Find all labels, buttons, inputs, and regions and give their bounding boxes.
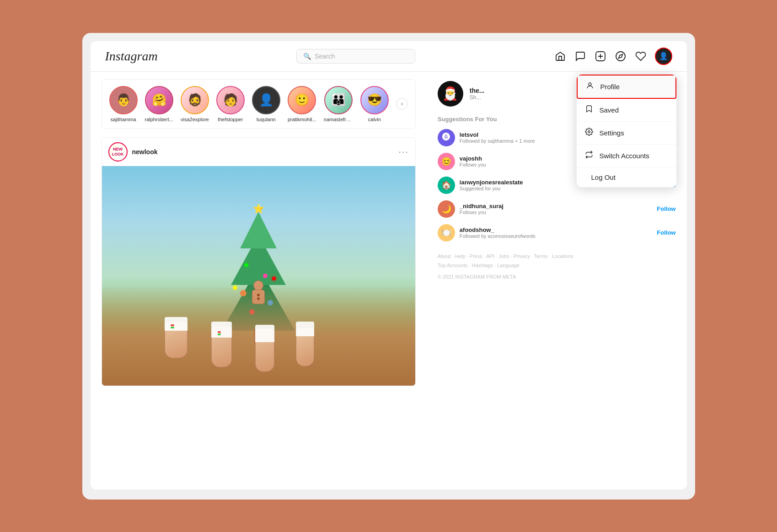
profile-menu-icon bbox=[586, 81, 594, 92]
footer-link[interactable]: Help bbox=[455, 253, 466, 259]
search-bar[interactable]: 🔍 Search bbox=[296, 49, 415, 64]
profile-menu-label: Profile bbox=[600, 83, 620, 91]
suggestion-avatar[interactable]: 🍽️ bbox=[438, 224, 455, 242]
suggestion-username[interactable]: letsvol bbox=[460, 131, 535, 138]
story-avatar: 👨 bbox=[109, 86, 138, 114]
story-item[interactable]: 👨 sajithamma bbox=[109, 86, 138, 122]
add-icon[interactable] bbox=[595, 50, 606, 62]
story-item[interactable]: 🧔 visa2explore bbox=[181, 86, 209, 122]
story-username: calvin bbox=[368, 117, 381, 122]
post-username[interactable]: newlook bbox=[132, 148, 158, 156]
sidebar-avatar[interactable]: 🎅 bbox=[438, 81, 463, 107]
dropdown-menu: Profile Saved Settings Switch Accounts bbox=[576, 74, 677, 188]
app-logo: Instagram bbox=[105, 49, 158, 64]
story-avatar: 👤 bbox=[252, 86, 280, 114]
feed-area: 👨 sajithamma 🤗 ralphrobert... 🧔 bbox=[91, 72, 427, 393]
footer-link[interactable]: Jobs bbox=[498, 253, 509, 259]
suggestion-sub: Follows you bbox=[460, 162, 486, 167]
sidebar-user-info: the... Sh... bbox=[470, 87, 485, 101]
story-username: ralphrobert... bbox=[145, 117, 173, 122]
footer-link[interactable]: Terms bbox=[534, 253, 548, 259]
suggestion-avatar[interactable]: 🅐 bbox=[438, 129, 455, 146]
suggestion-username[interactable]: _nidhuna_suraj bbox=[460, 203, 504, 210]
story-avatar: 👪 bbox=[324, 86, 353, 114]
post-avatar[interactable]: NEWLOOK bbox=[108, 142, 128, 161]
suggestion-username[interactable]: ianwynjonesrealestate bbox=[460, 179, 523, 186]
story-item[interactable]: 🙂 pratikmohit... bbox=[288, 86, 316, 122]
nav-icons: 👤 bbox=[554, 48, 672, 65]
footer-link[interactable]: Press bbox=[470, 253, 482, 259]
header: Instagram 🔍 Search bbox=[91, 41, 687, 72]
story-item[interactable]: 👤 tuqulann bbox=[252, 86, 280, 122]
story-next-button[interactable]: › bbox=[396, 98, 408, 110]
inner-white: Instagram 🔍 Search bbox=[91, 41, 687, 489]
switch-menu-icon bbox=[585, 150, 593, 161]
suggestion-info: letsvol Followed by sajithamma + 1 more bbox=[460, 131, 535, 144]
suggestion-avatar[interactable]: 🏠 bbox=[438, 177, 455, 194]
suggestion-sub: Suggested for you bbox=[460, 186, 523, 191]
footer-link[interactable]: API bbox=[486, 253, 494, 259]
dropdown-switch[interactable]: Switch Accounts bbox=[577, 145, 676, 167]
story-item[interactable]: 🧑 thefstopper bbox=[216, 86, 245, 122]
switch-menu-label: Switch Accounts bbox=[600, 152, 649, 160]
story-username: tuqulann bbox=[257, 117, 276, 122]
explore-icon[interactable] bbox=[615, 50, 627, 62]
story-username: sajithamma bbox=[110, 117, 136, 122]
settings-menu-label: Settings bbox=[600, 129, 624, 137]
dropdown-saved[interactable]: Saved bbox=[577, 99, 676, 122]
story-username: namastefro... bbox=[324, 117, 353, 122]
stories-row: 👨 sajithamma 🤗 ralphrobert... 🧔 bbox=[102, 79, 416, 129]
svg-marker-4 bbox=[618, 54, 622, 58]
saved-menu-label: Saved bbox=[600, 106, 619, 114]
footer-link[interactable]: Privacy bbox=[514, 253, 530, 259]
story-item[interactable]: 👪 namastefro... bbox=[324, 86, 353, 122]
post-more-button[interactable]: ··· bbox=[398, 146, 409, 157]
footer-link[interactable]: Top Accounts bbox=[438, 263, 467, 268]
suggestion-username[interactable]: vajoshh bbox=[460, 155, 486, 162]
story-avatar: 🧔 bbox=[181, 86, 209, 114]
dropdown-profile[interactable]: Profile bbox=[577, 75, 676, 99]
post-card: NEWLOOK newlook ··· bbox=[102, 137, 416, 386]
footer-link[interactable]: Language bbox=[497, 263, 520, 268]
dropdown-settings[interactable]: Settings bbox=[577, 122, 676, 145]
svg-point-3 bbox=[616, 52, 625, 61]
suggestion-info: afoodshow_ Followed by aconnoisseurofwor… bbox=[460, 226, 536, 239]
follow-nidhuna-button[interactable]: Follow bbox=[657, 205, 675, 212]
story-avatar: 😎 bbox=[360, 86, 389, 114]
logout-menu-label: Log Out bbox=[591, 173, 616, 181]
settings-menu-icon bbox=[585, 128, 593, 138]
post-image: ⭐ bbox=[102, 166, 415, 386]
suggestion-info: _nidhuna_suraj Follows you bbox=[460, 203, 504, 215]
story-avatar: 🤗 bbox=[145, 86, 173, 114]
suggestion-left: 🏠 ianwynjonesrealestate Suggested for yo… bbox=[438, 177, 523, 194]
story-item[interactable]: 😎 calvin bbox=[360, 86, 389, 122]
suggestion-left: 🌙 _nidhuna_suraj Follows you bbox=[438, 200, 504, 218]
footer-copyright: © 2021 INSTAGRAM FROM META bbox=[438, 274, 676, 279]
suggestion-row: 🍽️ afoodshow_ Followed by aconnoisseurof… bbox=[438, 224, 676, 242]
suggestion-row: 🌙 _nidhuna_suraj Follows you Follow bbox=[438, 200, 676, 218]
messenger-icon[interactable] bbox=[574, 50, 586, 62]
footer-link[interactable]: Hashtags bbox=[472, 263, 493, 268]
home-icon[interactable] bbox=[554, 50, 566, 62]
footer-links: About · Help · Press · API · Jobs · Priv… bbox=[438, 252, 676, 271]
sidebar-username[interactable]: the... bbox=[470, 87, 485, 94]
suggestion-info: ianwynjonesrealestate Suggested for you bbox=[460, 179, 523, 191]
post-user: NEWLOOK newlook bbox=[108, 142, 158, 161]
suggestion-avatar[interactable]: 😊 bbox=[438, 153, 455, 170]
heart-icon[interactable] bbox=[635, 50, 647, 62]
profile-icon[interactable]: 👤 bbox=[655, 48, 672, 65]
footer-link[interactable]: About bbox=[438, 253, 451, 259]
follow-afoodshow-button[interactable]: Follow bbox=[657, 229, 675, 236]
suggestion-info: vajoshh Follows you bbox=[460, 155, 486, 167]
dropdown-logout[interactable]: Log Out bbox=[577, 167, 676, 187]
story-username: visa2explore bbox=[181, 117, 209, 122]
svg-point-5 bbox=[589, 83, 591, 86]
story-item[interactable]: 🤗 ralphrobert... bbox=[145, 86, 173, 122]
footer-link[interactable]: Locations bbox=[552, 253, 573, 259]
suggestion-username[interactable]: afoodshow_ bbox=[460, 226, 536, 233]
suggestion-sub: Followed by sajithamma + 1 more bbox=[460, 138, 535, 144]
story-avatar: 🧑 bbox=[216, 86, 245, 114]
suggestion-left: 🍽️ afoodshow_ Followed by aconnoisseurof… bbox=[438, 224, 536, 242]
suggestion-avatar[interactable]: 🌙 bbox=[438, 200, 455, 218]
suggestion-left: 😊 vajoshh Follows you bbox=[438, 153, 486, 170]
